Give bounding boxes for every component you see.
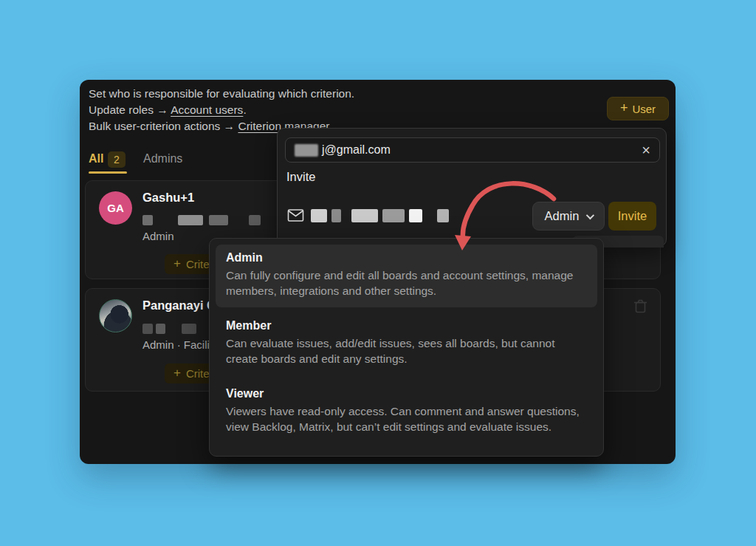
redacted-block <box>311 209 327 222</box>
user-role: Admin <box>142 230 174 242</box>
role-option-viewer[interactable]: Viewer Viewers have read-only access. Ca… <box>216 381 597 443</box>
redacted-block <box>382 209 405 222</box>
invite-heading: Invite <box>286 170 315 184</box>
plus-icon: + <box>173 256 181 271</box>
account-users-link[interactable]: Account users <box>171 103 243 116</box>
invite-button[interactable]: Invite <box>608 202 656 231</box>
plus-icon: + <box>173 366 181 381</box>
plus-icon: + <box>620 101 628 115</box>
redacted-block <box>142 324 153 334</box>
redacted-invitee-name <box>311 209 449 222</box>
redacted-block <box>249 215 261 225</box>
redacted-block <box>409 209 422 222</box>
add-user-label: User <box>632 103 656 115</box>
role-selected-value: Admin <box>545 209 580 223</box>
role-option-description: Can evaluate issues, add/edit issues, se… <box>226 335 582 366</box>
mail-icon <box>287 208 304 225</box>
role-options-dropdown: Admin Can fully configure and edit all b… <box>209 238 604 457</box>
role-select-dropdown[interactable]: Admin <box>532 202 605 231</box>
role-option-title: Member <box>226 319 587 332</box>
invite-popover: j@gmail.com × Invite Admin Invite <box>277 128 667 247</box>
role-option-admin[interactable]: Admin Can fully configure and edit all b… <box>216 245 597 307</box>
redacted-email <box>142 215 261 225</box>
redacted-block <box>351 209 378 222</box>
avatar: GA <box>99 191 132 225</box>
chevron-down-icon <box>586 211 594 219</box>
tab-all-count-badge: 2 <box>108 151 126 168</box>
trash-icon[interactable] <box>633 298 647 317</box>
role-option-member[interactable]: Member Can evaluate issues, add/edit iss… <box>216 313 597 375</box>
close-icon[interactable]: × <box>642 143 650 157</box>
description-line-1: Set who is responsible for evaluating wh… <box>89 86 472 102</box>
redacted-block <box>209 215 228 225</box>
role-option-description: Viewers have read-only access. Can comme… <box>226 403 582 434</box>
email-value: j@gmail.com <box>322 143 642 157</box>
user-name: Panganayi C <box>142 298 216 313</box>
redacted-block <box>182 324 196 334</box>
role-option-title: Admin <box>226 251 587 265</box>
add-user-button[interactable]: + User <box>607 97 669 120</box>
tab-admins[interactable]: Admins <box>143 152 182 165</box>
user-name: Gashu+1 <box>142 191 194 205</box>
redacted-block <box>437 209 449 222</box>
redacted-block <box>331 209 341 222</box>
redacted-block <box>156 324 165 334</box>
tab-all[interactable]: All <box>89 152 103 165</box>
invite-email-input[interactable]: j@gmail.com × <box>285 137 660 163</box>
avatar-photo <box>99 299 132 332</box>
role-option-title: Viewer <box>226 387 587 400</box>
description-line-2: Update roles → Account users. <box>89 102 472 118</box>
redacted-block <box>142 215 153 225</box>
active-tab-underline <box>89 171 127 174</box>
redacted-block <box>178 215 203 225</box>
role-option-description: Can fully configure and edit all boards … <box>226 267 582 298</box>
redacted-email-prefix <box>295 144 318 157</box>
